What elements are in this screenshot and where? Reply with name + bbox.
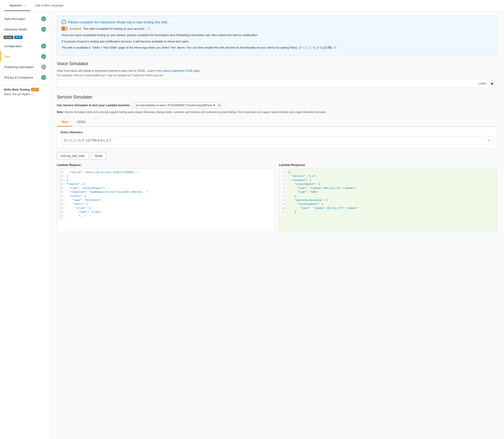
- enabled-desc: This skill is enabled for testing on you…: [83, 27, 145, 30]
- check-icon-privacy: ✓: [41, 75, 46, 80]
- enabled-row: Enabled This skill is enabled for testin…: [62, 26, 492, 31]
- main-layout: Skill Information ✓ Interaction Model ✓ …: [0, 11, 504, 439]
- enabled-label: Enabled: [70, 27, 81, 30]
- tab-text[interactable]: Text: [57, 118, 72, 126]
- ssml-link[interactable]: Learn more about supported SSML tags.: [147, 69, 200, 73]
- interaction-model-sub: BuilderBETA: [0, 35, 50, 41]
- lambda-label: Use Service Simulator to test your Lambd…: [57, 104, 130, 107]
- tab-japanese[interactable]: Japanese ✓: [5, 0, 30, 11]
- alert-box: i Please complete the Interaction Model …: [57, 16, 497, 56]
- sidebar-item-privacy-compliance[interactable]: Privacy & Compliance ✓: [0, 72, 50, 83]
- enabled-toggle[interactable]: [62, 26, 68, 31]
- sidebar-item-interaction-model[interactable]: Interaction Model ✓: [0, 24, 50, 35]
- reset-button[interactable]: Reset: [91, 152, 106, 159]
- lambda-request-title: Lambda Request: [57, 163, 275, 167]
- top-tab-bar: Japanese ✓ Add a New Language: [0, 0, 504, 11]
- beta-badge: BETA: [14, 36, 22, 39]
- sidebar-item-publishing-information[interactable]: Publishing Information ✓: [0, 62, 50, 72]
- check-icon-test: ✓: [41, 54, 46, 59]
- voice-input[interactable]: [57, 79, 476, 87]
- ask-button[interactable]: Ask my_zaif_chart: [57, 152, 89, 159]
- response-line-numbers: 1234567891011: [279, 169, 286, 216]
- check-icon-interaction-model: ✓: [41, 27, 46, 32]
- lambda-request-code[interactable]: 101112131415161718192021 "userId": "amzn…: [57, 169, 275, 232]
- check-icon-publishing: ✓: [41, 64, 46, 70]
- action-buttons: Ask my_zaif_chart Reset: [57, 152, 497, 159]
- clear-icon[interactable]: ✕: [487, 138, 490, 143]
- info-icon[interactable]: i: [31, 93, 34, 96]
- lambda-select[interactable]: arn:aws:lambda:us-east-1:572315869917:fu…: [133, 102, 221, 108]
- sim-tabs: Text JSON: [57, 118, 497, 127]
- alert-para2: If it passes Amazon's testing and certif…: [62, 39, 492, 44]
- builder-badge: Builder: [4, 36, 13, 39]
- beta-testing-section: Skills Beta Testing NEW Status Not yet e…: [0, 85, 50, 99]
- utterance-label: Enter Utterance: [61, 131, 493, 134]
- help-icon[interactable]: ?: [147, 27, 151, 30]
- tab-add-language[interactable]: Add a New Language: [30, 0, 68, 11]
- request-code-content: "userId": "amzn1.ask.account.AF3ZLE7LEOW…: [64, 169, 275, 220]
- tab-japanese-label: Japanese: [9, 4, 22, 7]
- check-icon-configuration: ✓: [41, 44, 46, 49]
- beta-testing-status: Status Not yet eligible i: [4, 93, 46, 96]
- alert-para1: Once you have completed testing on your …: [62, 33, 492, 37]
- voice-example: For example: Here is a word spelled out:…: [57, 74, 497, 77]
- tab-json[interactable]: JSON: [72, 118, 90, 126]
- lambda-panels: Lambda Request 101112131415161718192021 …: [57, 163, 497, 232]
- content-area: i Please complete the Interaction Model …: [50, 11, 504, 439]
- voice-simulator: Voice Simulator Hear how Alexa will spea…: [57, 61, 497, 88]
- check-icon-skill-information: ✓: [41, 16, 46, 21]
- voice-desc: Hear how Alexa will speak a response ent…: [57, 69, 497, 73]
- lambda-row: Use Service Simulator to test your Lambd…: [57, 102, 497, 108]
- sidebar-item-skill-information[interactable]: Skill Information ✓: [0, 14, 50, 24]
- voice-simulator-title: Voice Simulator: [57, 61, 497, 66]
- lambda-request-panel: Lambda Request 101112131415161718192021 …: [57, 163, 275, 232]
- utterance-input[interactable]: [64, 139, 487, 142]
- new-badge: NEW: [31, 88, 39, 91]
- alert-para3: The skill is available in "Skills > Your…: [62, 45, 492, 50]
- alert-title: i Please complete the Interaction Model …: [62, 20, 492, 24]
- tab-japanese-check: ✓: [23, 4, 26, 7]
- lambda-response-code[interactable]: 1234567891011 { "version": "1.0", "respo…: [279, 169, 497, 232]
- sidebar-item-configuration[interactable]: Configuration ✓: [0, 41, 50, 51]
- listen-button[interactable]: Listen: [476, 80, 489, 87]
- sim-note: Note: Service Simulator does not current…: [57, 110, 497, 114]
- alert-info-icon: i: [62, 20, 66, 24]
- utterance-input-row: ✕: [61, 136, 493, 145]
- beta-testing-title: Skills Beta Testing: [4, 88, 30, 91]
- lambda-response-panel: Lambda Response 1234567891011 { "version…: [279, 163, 497, 232]
- service-simulator: Service Simulator Use Service Simulator …: [57, 94, 497, 232]
- play-button[interactable]: ▶: [489, 80, 496, 86]
- request-line-numbers: 101112131415161718192021: [57, 169, 64, 220]
- sidebar-item-test[interactable]: Test ✓: [0, 51, 50, 62]
- service-simulator-title: Service Simulator: [57, 94, 497, 100]
- voice-input-row: Listen ▶: [57, 79, 497, 88]
- lambda-response-title: Lambda Response: [279, 163, 497, 167]
- sidebar: Skill Information ✓ Interaction Model ✓ …: [0, 11, 50, 439]
- utterance-section: Enter Utterance ✕: [57, 127, 497, 148]
- tab-add-language-label: Add a New Language: [35, 4, 63, 7]
- response-code-content: { "version": "1.0", "response": { "outpu…: [286, 169, 497, 216]
